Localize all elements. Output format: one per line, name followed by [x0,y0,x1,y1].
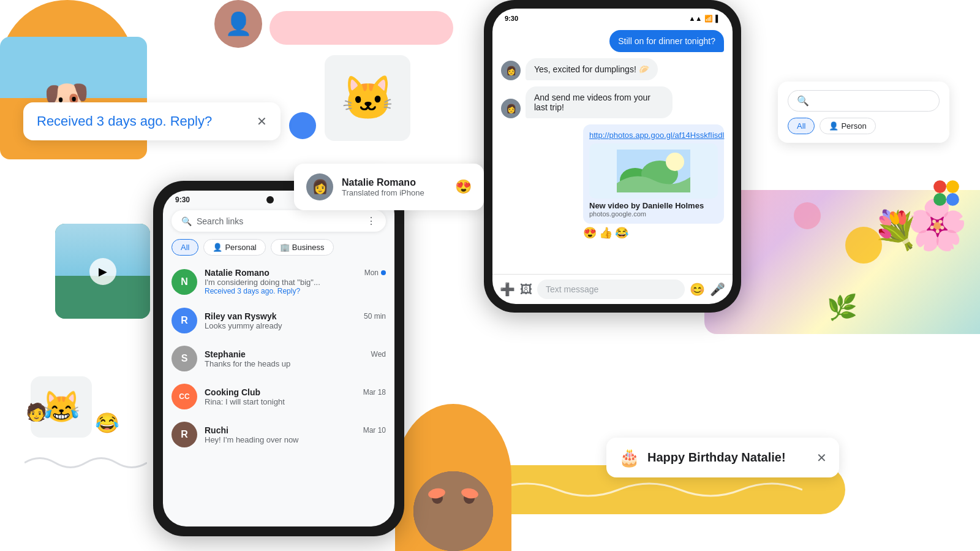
person-icon: 👤 [213,243,222,252]
conv-name-ruchi: Ruchi [205,425,228,435]
person-filter-icon: 👤 [829,121,839,131]
link-preview-card[interactable]: http://photos.app.goo.gl/af14HsskfIisdl … [583,124,724,224]
conv-preview-riley: Looks yummy already [205,321,386,330]
link-url[interactable]: http://photos.app.goo.gl/af14HsskfIisdl [589,131,724,140]
conv-content-stephanie: Stephanie Wed Thanks for the heads up [205,349,386,368]
contact-subtitle: Translated from iPhone [342,188,447,197]
conv-header-riley: Riley van Ryswyk 50 min [205,311,386,321]
conv-name-natalie: Natalie Romano [205,268,270,278]
svg-point-6 [933,193,946,206]
conv-reminder-natalie[interactable]: Received 3 days ago. Reply? [205,287,386,295]
contact-card[interactable]: 👩 Natalie Romano Translated from iPhone … [294,164,484,210]
search-filter-person[interactable]: 👤 Person [820,118,875,134]
svg-point-3 [666,153,684,171]
phone-search-bar[interactable]: 🔍 Search links ⋮ [172,210,386,232]
glasses-left [428,487,446,500]
google-photos-icon [931,178,962,215]
phone-time: 9:30 [175,196,190,204]
svg-point-4 [933,180,946,193]
video-play-button[interactable]: ▶ [89,258,116,285]
google-photos-svg [931,178,962,208]
conv-time-ruchi: Mar 10 [363,426,386,435]
filter-tab-personal[interactable]: 👤 Personal [203,239,265,256]
leaf-emoji: 🌿 [827,293,858,322]
phone-search-icon: 🔍 [181,216,192,226]
conv-time-natalie: Mon [364,268,386,277]
link-preview-svg [617,150,690,192]
message-input-placeholder: Text message [546,284,598,294]
birthday-notification-card: 🎂 Happy Birthday Natalie! ✕ [606,438,839,477]
msg-wifi: 📶 [704,15,713,23]
conv-preview-ruchi: Hey! I'm heading over now [205,435,386,444]
conv-preview-cooking: Rina: I will start tonight [205,397,386,406]
msg-status-bar: 9:30 ▲▲ 📶 ▌ [492,9,733,25]
message-bubble-incoming-2: And send me videos from your last trip! [526,86,673,118]
search-panel: 🔍 All 👤 Person [778,82,949,143]
voice-input-icon[interactable]: 🎤 [710,282,725,297]
message-input-bar: ➕ 🖼 Text message 😊 🎤 [492,274,733,304]
notification-close-button[interactable]: ✕ [257,114,267,129]
filter-tab-all[interactable]: All [172,239,198,256]
video-thumb-inner: ▶ [55,224,150,319]
search-panel-filters: All 👤 Person [788,118,940,134]
filter-tabs: All 👤 Personal 🏢 Business [163,235,394,259]
phone-search-placeholder: Search links [197,216,361,226]
business-icon: 🏢 [280,243,290,252]
blue-circle-decoration [289,112,316,139]
person-head [413,471,493,551]
conv-name-riley: Riley van Ryswyk [205,311,277,321]
conv-header-natalie: Natalie Romano Mon [205,268,386,278]
phone-more-icon[interactable]: ⋮ [366,215,376,227]
link-card-container: http://photos.app.goo.gl/af14HsskfIisdl … [583,124,724,240]
reaction-heart-eyes[interactable]: 😍 [583,226,597,240]
msg-battery: ▌ [715,15,720,23]
conversation-item-ruchi[interactable]: R Ruchi Mar 10 Hey! I'm heading over now [163,416,394,454]
search-filter-all[interactable]: All [788,118,815,134]
conv-time-cooking: Mar 18 [363,388,386,397]
contact-avatar: 👩 [306,173,333,200]
conv-avatar-natalie: N [172,269,197,295]
pink-circle-deco [794,202,821,229]
top-person-avatar: 👤 [214,0,262,48]
dog-illustration: 🐕 [0,37,147,159]
conv-avatar-ruchi: R [172,422,197,447]
phone-screen: 9:30 ▲▲ 📶 ▌ 🔍 Search links ⋮ All 👤 Perso… [163,191,394,526]
message-bubble-outgoing-1: Still on for dinner tonight? [609,30,724,52]
conv-content-ruchi: Ruchi Mar 10 Hey! I'm heading over now [205,425,386,444]
message-bubble-incoming-1: Yes, excited for dumplings! 🥟 [526,58,658,80]
filter-tab-business[interactable]: 🏢 Business [271,239,334,256]
conversation-item-natalie[interactable]: N Natalie Romano Mon I'm considering doi… [163,262,394,302]
image-attachment-icon[interactable]: 🖼 [520,283,532,297]
msg-status-icons: ▲▲ 📶 ▌ [688,15,720,23]
conversation-item-stephanie[interactable]: S Stephanie Wed Thanks for the heads up [163,340,394,378]
svg-point-7 [946,193,959,206]
yellow-circle-deco [845,227,882,264]
phone-screen2: 9:30 ▲▲ 📶 ▌ Still on for dinner tonight?… [492,9,733,304]
conversation-list: N Natalie Romano Mon I'm considering doi… [163,259,394,456]
conv-preview-natalie: I'm considering doing that "big"... [205,278,386,287]
message-text-input[interactable]: Text message [537,279,685,299]
message-row-incoming-2: 👩 And send me videos from your last trip… [501,86,724,118]
birthday-close-button[interactable]: ✕ [816,450,827,465]
emoji-picker-icon[interactable]: 😊 [690,282,705,297]
conv-preview-stephanie: Thanks for the heads up [205,359,386,368]
conv-header-ruchi: Ruchi Mar 10 [205,425,386,435]
person-small-icon: 🧑 [26,402,47,422]
video-thumbnail[interactable]: ▶ [55,224,150,319]
msg-avatar-incoming-2: 👩 [501,99,521,118]
conversation-item-cooking-club[interactable]: CC Cooking Club Mar 18 Rina: I will star… [163,378,394,416]
phone-mockup-messaging: 9:30 ▲▲ 📶 ▌ Still on for dinner tonight?… [484,0,741,313]
search-panel-bar[interactable]: 🔍 [788,90,940,112]
contact-reaction-emoji[interactable]: 😍 [455,179,472,195]
conversation-item-riley[interactable]: R Riley van Ryswyk 50 min Looks yummy al… [163,302,394,340]
person-avatar-center [395,404,511,551]
msg-avatar-incoming: 👩 [501,61,521,80]
conv-name-stephanie: Stephanie [205,349,246,359]
search-panel-icon: 🔍 [797,95,809,107]
add-attachment-icon[interactable]: ➕ [500,282,515,297]
conv-time-stephanie: Wed [371,350,386,359]
reaction-laughing[interactable]: 😂 [615,226,628,240]
person-face [413,471,493,551]
link-image-preview [589,143,718,199]
reaction-thumbs-up[interactable]: 👍 [599,226,612,240]
